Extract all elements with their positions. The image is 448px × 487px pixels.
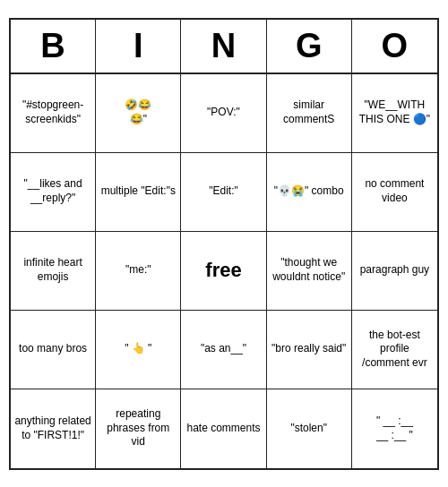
header-letter-b: B: [11, 20, 96, 73]
cell-text: paragraph guy: [356, 263, 434, 278]
cell-text: hate comments: [185, 422, 262, 436]
cell-text: 🤣😂 😂": [99, 98, 177, 126]
bingo-cell-r1c0[interactable]: "__likes and __reply?": [11, 153, 96, 232]
header-letter-n: N: [181, 20, 266, 73]
bingo-cell-r0c0[interactable]: "#stopgreen-screenkids": [11, 74, 96, 153]
cell-text: "💀😭" combo: [271, 184, 348, 199]
cell-text: "POV:": [185, 106, 262, 120]
cell-text: "thought we wouldnt notice": [271, 256, 348, 284]
cell-text: " __ :__ __ :__ ": [356, 414, 434, 442]
bingo-cell-r3c1[interactable]: " 👆 ": [96, 311, 181, 389]
bingo-cell-r0c3[interactable]: similar commentS: [267, 74, 352, 153]
cell-text: no comment video: [356, 177, 434, 205]
header-letter-g: G: [267, 20, 352, 73]
bingo-cell-r0c1[interactable]: 🤣😂 😂": [96, 74, 181, 153]
bingo-cell-r4c0[interactable]: anything related to "FIRST!1!": [11, 389, 96, 468]
cell-text: free: [185, 258, 262, 284]
cell-text: " 👆 ": [99, 342, 177, 356]
bingo-cell-r2c4[interactable]: paragraph guy: [352, 232, 437, 311]
bingo-cell-r4c4[interactable]: " __ :__ __ :__ ": [352, 389, 437, 468]
cell-text: "bro really said": [271, 342, 348, 356]
cell-text: infinite heart emojis: [14, 256, 91, 284]
cell-text: repeating phrases from vid: [99, 407, 177, 449]
bingo-cell-r4c1[interactable]: repeating phrases from vid: [96, 389, 181, 468]
bingo-cell-r1c3[interactable]: "💀😭" combo: [267, 153, 352, 232]
bingo-cell-r1c4[interactable]: no comment video: [352, 153, 437, 232]
bingo-header: BINGO: [11, 20, 437, 74]
bingo-cell-r1c1[interactable]: multiple "Edit:"s: [96, 153, 181, 232]
bingo-cell-r4c3[interactable]: "stolen": [267, 389, 352, 468]
bingo-card: BINGO "#stopgreen-screenkids"🤣😂 😂""POV:"…: [9, 18, 439, 470]
bingo-cell-r2c1[interactable]: "me:": [96, 232, 181, 311]
cell-text: "__likes and __reply?": [14, 177, 91, 205]
bingo-cell-r3c4[interactable]: the bot-est profile /comment evr: [352, 311, 437, 389]
bingo-cell-r2c0[interactable]: infinite heart emojis: [11, 232, 96, 311]
bingo-cell-r0c4[interactable]: "WE__WITH THIS ONE 🔵": [352, 74, 437, 153]
header-letter-i: I: [96, 20, 181, 73]
cell-text: "me:": [99, 263, 177, 278]
cell-text: "#stopgreen-screenkids": [14, 98, 91, 126]
cell-text: multiple "Edit:"s: [99, 184, 177, 199]
bingo-cell-r2c3[interactable]: "thought we wouldnt notice": [267, 232, 352, 311]
cell-text: the bot-est profile /comment evr: [356, 329, 434, 371]
cell-text: too many bros: [14, 342, 91, 356]
bingo-cell-r3c3[interactable]: "bro really said": [267, 311, 352, 389]
cell-text: "WE__WITH THIS ONE 🔵": [356, 98, 434, 126]
cell-text: similar commentS: [271, 98, 348, 126]
cell-text: "stolen": [271, 422, 348, 436]
cell-text: anything related to "FIRST!1!": [14, 414, 91, 442]
header-letter-o: O: [352, 20, 437, 73]
bingo-cell-r1c2[interactable]: "Edit:": [181, 153, 266, 232]
bingo-cell-r0c2[interactable]: "POV:": [181, 74, 266, 153]
bingo-cell-r2c2[interactable]: free: [181, 232, 266, 311]
cell-text: "Edit:": [185, 184, 262, 199]
cell-text: "as an__": [185, 342, 262, 356]
bingo-cell-r4c2[interactable]: hate comments: [181, 389, 266, 468]
bingo-cell-r3c2[interactable]: "as an__": [181, 311, 266, 389]
bingo-cell-r3c0[interactable]: too many bros: [11, 311, 96, 389]
bingo-grid: "#stopgreen-screenkids"🤣😂 😂""POV:"simila…: [11, 74, 437, 468]
